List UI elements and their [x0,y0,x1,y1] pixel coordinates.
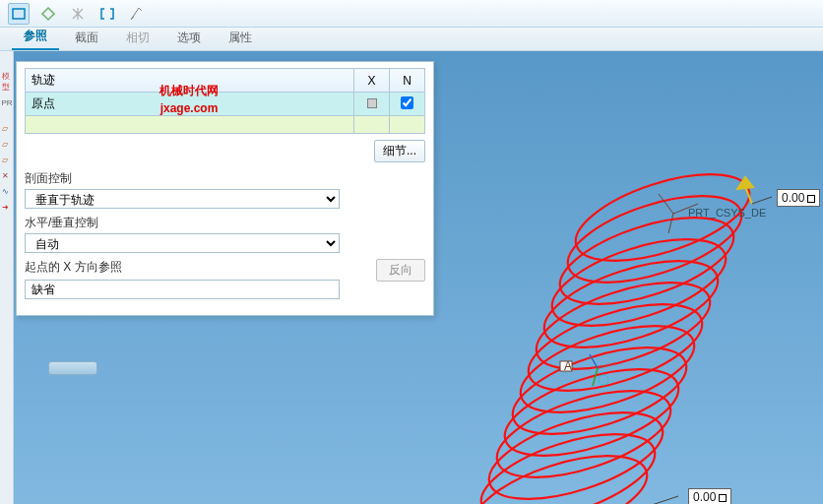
svg-line-18 [598,363,615,368]
arrow-top [737,177,753,204]
svg-point-14 [566,157,760,278]
detail-button[interactable]: 细节... [374,140,425,162]
table-row[interactable]: 原点 [26,93,425,116]
x-cell[interactable] [354,93,390,116]
col-trajectory: 轨迹 [26,69,354,93]
main-toolbar [0,0,823,28]
strip-item[interactable]: ▱ [2,124,12,134]
csys-marker [659,194,698,233]
svg-point-5 [495,351,689,472]
tab-tangent: 相切 [114,26,161,50]
triad [590,354,615,386]
tab-properties[interactable]: 属性 [217,26,264,50]
svg-line-17 [668,214,673,233]
svg-line-16 [659,194,673,214]
svg-point-12 [550,200,744,321]
trajectory-table[interactable]: 轨迹 X N 原点 [25,68,425,134]
bracket-tool-icon[interactable] [96,3,118,25]
section-control-select[interactable]: 垂直于轨迹 [25,189,340,209]
measure-tool-icon[interactable] [126,3,148,25]
col-x: X [354,69,390,93]
svg-line-24 [752,197,772,204]
spring-geometry: A [422,150,796,504]
svg-point-1 [464,438,658,504]
svg-rect-0 [13,9,25,19]
datum-a-label: A [564,359,572,373]
svg-point-2 [472,416,665,504]
tab-options[interactable]: 选项 [165,26,213,50]
ruler-widget[interactable] [48,361,97,375]
horiz-vert-select[interactable]: 自动 [25,233,340,253]
origin-cell[interactable]: 原点 [26,93,354,116]
svg-point-11 [542,221,736,343]
svg-point-21 [599,375,608,385]
table-row-empty[interactable] [26,116,425,134]
strip-item[interactable]: ▱ [2,140,12,150]
start-dir-label: 起点的 X 方向参照 [25,259,122,276]
tab-reference[interactable]: 参照 [12,24,59,50]
n-checkbox[interactable] [401,96,413,109]
horiz-vert-label: 水平/垂直控制 [25,215,425,231]
svg-line-25 [649,496,678,504]
dimension-bottom[interactable]: 0.00 [688,488,731,504]
strip-item[interactable]: 模型 [2,71,12,81]
dimension-top[interactable]: 0.00 [777,189,820,207]
svg-line-22 [745,187,752,204]
section-control-label: 剖面控制 [25,170,425,187]
tab-section[interactable]: 截面 [63,26,110,50]
n-cell[interactable] [390,93,425,116]
model-tree-strip[interactable]: 模型 PR ▱ ▱ ▱ ✕ ∿ ➜ [0,51,14,504]
svg-point-6 [503,330,697,451]
svg-point-8 [519,286,713,408]
strike-tool-icon[interactable] [67,3,89,25]
svg-point-13 [558,178,752,299]
svg-line-19 [593,368,598,386]
reverse-button[interactable]: 反向 [376,259,425,282]
strip-item[interactable]: ▱ [2,156,12,165]
strip-item[interactable]: ➜ [2,203,12,213]
svg-point-9 [527,265,721,386]
rect-tool-icon[interactable] [8,3,30,25]
svg-point-10 [535,243,728,364]
strip-item[interactable]: PR [2,98,12,108]
csys-label: PRT_CSYS_DE [688,207,766,219]
col-n: N [390,69,425,93]
start-dir-input[interactable] [25,280,340,299]
svg-rect-23 [560,361,572,371]
tab-bar: 参照 截面 相切 选项 属性 [0,28,823,51]
reference-panel: 轨迹 X N 原点 机械时代网 jxage.com 细节... 剖面控制 垂直于… [16,61,434,316]
svg-line-15 [673,204,698,214]
svg-line-20 [590,354,598,368]
diamond-tool-icon[interactable] [37,3,59,25]
strip-item[interactable]: ✕ [2,171,12,181]
svg-point-3 [479,395,673,504]
svg-point-4 [487,373,681,494]
strip-item[interactable]: ∿ [2,187,12,197]
svg-point-7 [511,308,705,429]
